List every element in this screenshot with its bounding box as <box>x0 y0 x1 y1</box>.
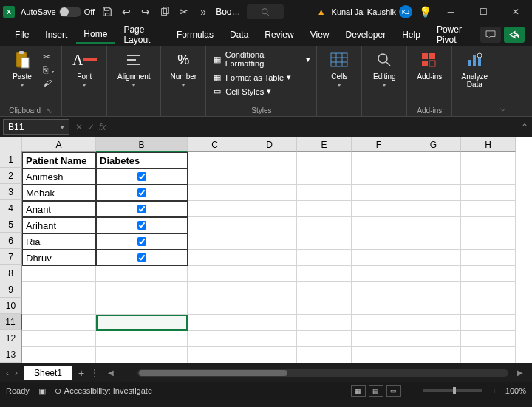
toggle-switch[interactable] <box>59 7 81 17</box>
sheet-options-icon[interactable]: ⋮ <box>90 368 99 378</box>
cell[interactable] <box>297 152 352 168</box>
cell[interactable] <box>297 298 352 315</box>
cell[interactable] <box>242 233 297 250</box>
tab-formulas[interactable]: Formulas <box>169 27 221 43</box>
row-header[interactable]: 1 <box>0 151 22 168</box>
diabetes-checkbox[interactable] <box>137 237 146 246</box>
diabetes-cell[interactable] <box>96 217 188 233</box>
user-account[interactable]: Kunal Jai Kaushik KJ <box>332 5 412 18</box>
row-header[interactable]: 4 <box>0 200 22 216</box>
sheet-tab-sheet1[interactable]: Sheet1 <box>24 366 72 380</box>
diabetes-checkbox[interactable] <box>137 221 146 230</box>
comments-button[interactable] <box>480 27 501 43</box>
row-header[interactable]: 12 <box>0 330 22 346</box>
cell[interactable] <box>96 266 188 282</box>
zoom-out-button[interactable]: − <box>410 386 415 395</box>
column-header[interactable]: E <box>297 137 352 152</box>
cell[interactable] <box>297 282 352 298</box>
cell[interactable] <box>242 201 297 217</box>
row-header[interactable]: 10 <box>0 298 22 314</box>
cell[interactable] <box>22 331 96 347</box>
cell[interactable] <box>352 152 406 168</box>
cell[interactable] <box>406 152 461 168</box>
cell[interactable] <box>297 233 352 250</box>
cell[interactable] <box>406 185 461 201</box>
tab-developer[interactable]: Developer <box>338 27 394 43</box>
cell[interactable] <box>406 168 461 185</box>
diabetes-cell[interactable] <box>96 185 188 201</box>
cell[interactable] <box>352 347 406 363</box>
cell[interactable] <box>96 315 188 331</box>
cell[interactable] <box>188 201 242 217</box>
cell[interactable] <box>242 185 297 201</box>
search-box[interactable] <box>247 4 284 19</box>
scroll-right-icon[interactable]: ▶ <box>514 369 526 377</box>
cell[interactable] <box>22 298 96 315</box>
cell[interactable] <box>406 282 461 298</box>
cell[interactable] <box>406 298 461 315</box>
zoom-level[interactable]: 100% <box>505 386 526 395</box>
cell[interactable] <box>461 266 516 282</box>
expand-formula-icon[interactable]: ⌃ <box>517 122 532 132</box>
cell[interactable] <box>352 315 406 331</box>
column-header[interactable]: F <box>352 137 406 152</box>
patient-name-cell[interactable]: Mehak <box>22 185 96 201</box>
patient-name-cell[interactable]: Ria <box>22 233 96 250</box>
row-header[interactable]: 13 <box>0 346 22 363</box>
cell[interactable] <box>406 201 461 217</box>
cell[interactable] <box>188 298 242 315</box>
tab-review[interactable]: Review <box>257 27 301 43</box>
diabetes-checkbox[interactable] <box>137 253 146 262</box>
tab-file[interactable]: File <box>7 27 36 43</box>
row-header[interactable]: 7 <box>0 249 22 265</box>
cell[interactable] <box>242 331 297 347</box>
cell[interactable] <box>461 233 516 250</box>
cell[interactable] <box>406 347 461 363</box>
cell[interactable] <box>242 315 297 331</box>
cell[interactable] <box>297 250 352 266</box>
header-cell[interactable]: Diabetes <box>96 152 188 168</box>
patient-name-cell[interactable]: Dhruv <box>22 250 96 266</box>
select-all-corner[interactable] <box>0 137 22 151</box>
macro-record-icon[interactable]: ▣ <box>38 386 46 396</box>
collapse-ribbon-icon[interactable]: ⌵ <box>500 103 505 113</box>
cell[interactable] <box>352 331 406 347</box>
cell[interactable] <box>188 217 242 233</box>
format-as-table-button[interactable]: ▦ Format as Table ▾ <box>212 71 291 83</box>
cell[interactable] <box>242 347 297 363</box>
cell[interactable] <box>461 217 516 233</box>
cell[interactable] <box>461 201 516 217</box>
cancel-formula-icon[interactable]: ✕ <box>75 122 83 132</box>
cell[interactable] <box>242 266 297 282</box>
column-header[interactable]: H <box>461 137 516 152</box>
add-sheet-button[interactable]: + <box>78 367 84 379</box>
conditional-formatting-button[interactable]: ▦ Conditional Formatting ▾ <box>212 49 310 69</box>
cell[interactable] <box>352 201 406 217</box>
cut-button[interactable]: ✂ <box>43 52 55 62</box>
dialog-launcher-icon[interactable]: ⤡ <box>47 107 52 114</box>
cell[interactable] <box>188 331 242 347</box>
maximize-button[interactable]: ☐ <box>470 0 497 24</box>
cell[interactable] <box>297 347 352 363</box>
row-header[interactable]: 9 <box>0 281 22 298</box>
paste-button[interactable]: Paste ▾ <box>6 49 38 89</box>
cell[interactable] <box>188 250 242 266</box>
tab-page-layout[interactable]: Page Layout <box>116 21 168 48</box>
cell[interactable] <box>188 233 242 250</box>
row-header[interactable]: 8 <box>0 265 22 281</box>
cells-button[interactable]: Cells ▾ <box>323 49 355 89</box>
cell[interactable] <box>461 250 516 266</box>
cell[interactable] <box>188 282 242 298</box>
cell[interactable] <box>22 282 96 298</box>
cell[interactable] <box>242 298 297 315</box>
cell[interactable] <box>96 331 188 347</box>
addins-button[interactable]: Add-ins <box>413 49 446 81</box>
format-painter-button[interactable]: 🖌 <box>43 78 55 89</box>
cell[interactable] <box>461 298 516 315</box>
enter-formula-icon[interactable]: ✓ <box>87 122 95 132</box>
scroll-left-icon[interactable]: ◀ <box>105 369 117 377</box>
cell[interactable] <box>352 266 406 282</box>
cell[interactable] <box>461 347 516 363</box>
cell[interactable] <box>22 315 96 331</box>
copy-icon[interactable] <box>158 5 171 18</box>
